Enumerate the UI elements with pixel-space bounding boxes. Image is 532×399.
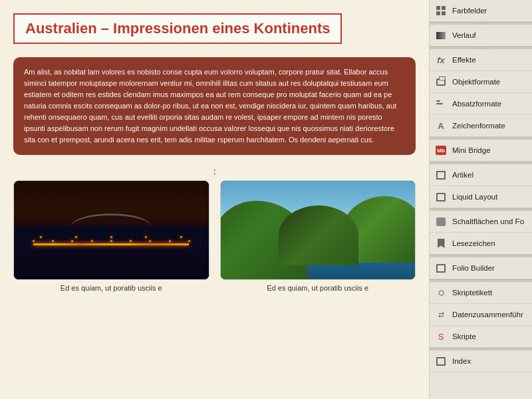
sidebar-item-liquid-layout[interactable]: Liquid Layout	[430, 186, 532, 208]
body-text-box: Am alist, as nobitat lam volores es nobi…	[13, 57, 416, 155]
main-content: Australien – Impressionen eines Kontinen…	[0, 0, 429, 399]
light-dot	[110, 236, 112, 238]
gradient-icon-inner	[436, 32, 446, 39]
sidebar-item-skriptetikett[interactable]: ⬡ Skriptetikett	[430, 282, 532, 304]
sidebar-item-absatzformate[interactable]: Absatzformate	[430, 93, 532, 115]
bookmark-icon-inner	[438, 239, 445, 248]
light-dot	[33, 240, 35, 242]
sidebar-label-skriptetikett: Skriptetikett	[452, 289, 492, 297]
light-dot	[149, 240, 151, 242]
mb-icon: Mb	[435, 144, 447, 156]
image-caption-2: Ed es quiam, ut poratib usciis e	[267, 284, 368, 292]
index-icon-inner	[436, 357, 446, 366]
grid-icon	[435, 5, 447, 17]
light-dot	[180, 236, 182, 238]
light-dot	[110, 240, 112, 242]
button-icon-inner	[436, 217, 446, 226]
sidebar-label-mini-bridge: Mini Bridge	[452, 146, 491, 154]
sidebar-item-skripte[interactable]: S Skripte	[430, 326, 532, 348]
fx-icon-inner: fx	[437, 55, 445, 65]
lights-row-1	[24, 240, 199, 242]
sidebar-label-lesezeichen: Lesezeichen	[452, 239, 495, 247]
sidebar-item-lesezeichen[interactable]: Lesezeichen	[430, 233, 532, 255]
bridge-lights	[33, 243, 189, 245]
bookmark-icon	[435, 237, 447, 249]
title-box: Australien – Impressionen eines Kontinen…	[13, 13, 342, 44]
sidebar-item-datenzusammenfuehr[interactable]: ⇄ Datenzusammenführ	[430, 304, 532, 326]
sidebar-item-artikel[interactable]: Artikel	[430, 164, 532, 186]
tag-icon-inner: ⬡	[438, 289, 444, 297]
sidebar-label-schaltflaechen: Schaltflächen und Fo	[452, 217, 524, 225]
light-dot	[145, 236, 147, 238]
sidebar-item-zeichenformate[interactable]: A Zeichenformate	[430, 115, 532, 137]
data-icon: ⇄	[435, 309, 447, 321]
sidebar-item-effekte[interactable]: fx Effekte	[430, 49, 532, 71]
light-dot	[91, 240, 93, 242]
data-icon-inner: ⇄	[438, 311, 444, 319]
liquid-icon	[435, 191, 447, 203]
light-dot	[52, 240, 54, 242]
folio-icon-inner	[436, 264, 446, 273]
sidebar-label-artikel: Artikel	[452, 171, 473, 179]
object-icon-inner	[436, 78, 446, 86]
sidebar-label-datenzusammenfuehr: Datenzusammenführ	[452, 311, 523, 319]
sidebar-label-objektformate: Objektformate	[452, 78, 500, 86]
image-frame-2[interactable]	[220, 180, 416, 280]
character-icon: A	[435, 120, 447, 132]
sidebar-item-mini-bridge[interactable]: Mb Mini Bridge	[430, 140, 532, 162]
folio-icon	[435, 262, 447, 274]
fx-icon: fx	[435, 54, 447, 66]
image-card-1: Ed es quiam, ut poratib usciis e	[13, 180, 209, 292]
sidebar-label-farbfelder: Farbfelder	[452, 7, 487, 15]
character-icon-inner: A	[438, 121, 444, 131]
hill-center	[279, 205, 358, 265]
sidebar-label-index: Index	[452, 357, 471, 365]
light-dot	[130, 240, 132, 242]
light-dot	[71, 240, 73, 242]
body-text: Am alist, as nobitat lam volores es nobi…	[24, 66, 405, 146]
sidebar-item-index[interactable]: Index	[430, 350, 532, 372]
paragraph-icon	[435, 98, 447, 110]
object-icon	[435, 76, 447, 88]
image-card-2: Ed es quiam, ut poratib usciis e	[220, 180, 416, 292]
page-title: Australien – Impressionen eines Kontinen…	[25, 20, 330, 37]
sidebar: Farbfelder Verlauf fx Effekte Objektform…	[429, 0, 532, 399]
sidebar-label-effekte: Effekte	[452, 56, 476, 64]
light-dot	[169, 240, 171, 242]
image-frame-1[interactable]	[13, 180, 209, 280]
paragraph-icon-inner	[436, 100, 446, 108]
sidebar-label-folio-builder: Folio Builder	[452, 264, 495, 272]
sidebar-label-absatzformate: Absatzformate	[452, 100, 501, 108]
article-icon	[435, 169, 447, 181]
light-dot	[40, 236, 42, 238]
sidebar-item-objektformate[interactable]: Objektformate	[430, 71, 532, 93]
images-row: Ed es quiam, ut poratib usciis e Ed es q…	[13, 180, 416, 292]
tag-icon: ⬡	[435, 287, 447, 299]
nature-image	[221, 181, 416, 279]
resize-handle[interactable]: ↕	[13, 166, 416, 178]
lights-row-2	[24, 236, 199, 238]
sidebar-label-skripte: Skripte	[452, 332, 476, 340]
water-reflection	[14, 240, 209, 279]
bridge-image	[14, 181, 209, 279]
gradient-icon	[435, 29, 447, 41]
sidebar-item-farbfelder[interactable]: Farbfelder	[430, 0, 532, 22]
sidebar-item-schaltflaechen[interactable]: Schaltflächen und Fo	[430, 211, 532, 233]
sidebar-label-verlauf: Verlauf	[452, 31, 476, 39]
light-dot	[75, 236, 77, 238]
liquid-icon-inner	[436, 193, 446, 201]
image-caption-1: Ed es quiam, ut poratib usciis e	[61, 284, 162, 292]
button-icon	[435, 215, 447, 227]
script-icon-inner: S	[438, 332, 444, 342]
article-icon-inner	[436, 171, 446, 180]
sidebar-item-folio-builder[interactable]: Folio Builder	[430, 257, 532, 279]
sidebar-item-verlauf[interactable]: Verlauf	[430, 25, 532, 47]
grid-icon-inner	[436, 6, 446, 15]
light-dot	[188, 240, 190, 242]
sidebar-label-liquid-layout: Liquid Layout	[452, 193, 497, 201]
script-icon: S	[435, 331, 447, 342]
mb-icon-inner: Mb	[436, 146, 446, 155]
index-icon	[435, 355, 447, 367]
sidebar-label-zeichenformate: Zeichenformate	[452, 122, 505, 130]
